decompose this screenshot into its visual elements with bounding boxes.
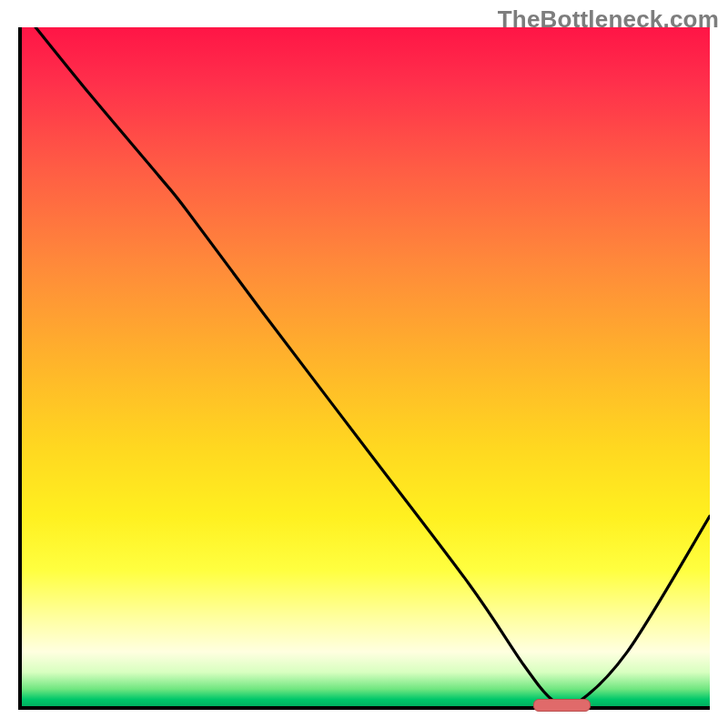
bottleneck-chart: TheBottleneck.com — [0, 0, 728, 728]
bottleneck-curve-path — [35, 27, 710, 706]
watermark: TheBottleneck.com — [498, 5, 719, 34]
optimal-marker — [533, 699, 591, 712]
curve-svg — [22, 27, 710, 706]
plot-area — [18, 27, 710, 710]
